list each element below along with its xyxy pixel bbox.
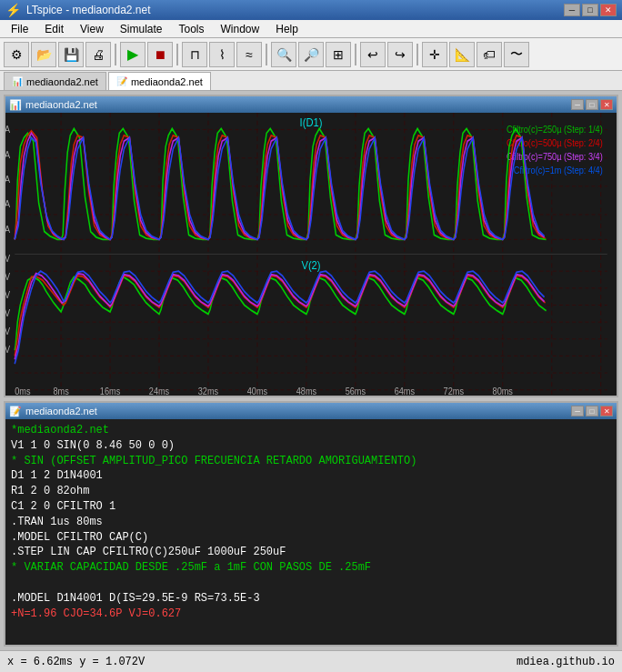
tb-save[interactable]: 💾 bbox=[58, 42, 84, 67]
menu-tools[interactable]: Tools bbox=[172, 21, 212, 37]
svg-text:4.8V: 4.8V bbox=[5, 289, 10, 300]
app-icon: ⚡ bbox=[5, 3, 21, 17]
svg-text:8.0V: 8.0V bbox=[5, 253, 10, 264]
netlist-line-11 bbox=[11, 576, 611, 591]
text-window-title: mediaonda2.net bbox=[25, 406, 97, 416]
svg-text:2.7A: 2.7A bbox=[5, 125, 10, 135]
svg-text:1.6V: 1.6V bbox=[5, 326, 10, 336]
netlist-line-6: C1 2 0 CFILTRO 1 bbox=[11, 499, 611, 515]
text-window-titlebar: 📝 mediaonda2.net ─ □ ✕ bbox=[5, 403, 617, 419]
plot-window-title: mediaonda2.net bbox=[25, 99, 97, 110]
plot-maximize[interactable]: □ bbox=[586, 99, 598, 110]
tb-fft[interactable]: 〜 bbox=[504, 42, 529, 67]
svg-text:2.1A: 2.1A bbox=[5, 149, 10, 160]
window-controls: ─ □ ✕ bbox=[564, 4, 617, 16]
status-coordinates: x = 6.62ms y = 1.072V bbox=[7, 656, 145, 668]
tb-label[interactable]: 🏷 bbox=[477, 42, 502, 67]
tab-netlist-label: mediaonda2.net bbox=[131, 76, 203, 87]
app-title: LTspice - mediaonda2.net bbox=[26, 4, 151, 16]
close-button[interactable]: ✕ bbox=[600, 4, 617, 16]
tb-sep4 bbox=[355, 44, 356, 65]
svg-text:0ms: 0ms bbox=[15, 386, 30, 396]
status-website: mdiea.github.io bbox=[517, 656, 615, 668]
tb-zoom-in[interactable]: 🔍 bbox=[271, 42, 296, 67]
tab-schematic-label: mediaonda2.net bbox=[26, 76, 98, 87]
svg-text:Cfiltro(c)=750µ  (Step: 3/4): Cfiltro(c)=750µ (Step: 3/4) bbox=[507, 151, 603, 162]
plot-close[interactable]: ✕ bbox=[600, 99, 613, 110]
tb-wave1[interactable]: ⊓ bbox=[182, 42, 207, 67]
tb-print[interactable]: 🖨 bbox=[85, 42, 111, 67]
svg-text:3.2V: 3.2V bbox=[5, 307, 10, 318]
menu-help[interactable]: Help bbox=[268, 21, 306, 37]
netlist-line-13: +N=1.96 CJO=34.6P VJ=0.627 bbox=[11, 607, 611, 622]
menu-edit[interactable]: Edit bbox=[37, 21, 71, 37]
tab-netlist-icon: 📝 bbox=[116, 76, 127, 86]
text-content[interactable]: *mediaonda2.net V1 1 0 SIN(0 8.46 50 0 0… bbox=[5, 419, 617, 645]
tb-open[interactable]: 📂 bbox=[31, 42, 56, 67]
menu-file[interactable]: File bbox=[4, 21, 35, 37]
svg-text:40ms: 40ms bbox=[247, 386, 267, 396]
tb-sep5 bbox=[416, 44, 418, 65]
svg-text:0.3A: 0.3A bbox=[5, 224, 10, 235]
svg-text:V(2): V(2) bbox=[301, 258, 320, 272]
tab-netlist[interactable]: 📝 mediaonda2.net bbox=[108, 72, 211, 90]
tb-wave3[interactable]: ≈ bbox=[236, 42, 262, 67]
text-window: 📝 mediaonda2.net ─ □ ✕ *mediaonda2.net V… bbox=[4, 401, 618, 647]
svg-text:Cfiltro(c)=250µ  (Step: 1/4): Cfiltro(c)=250µ (Step: 1/4) bbox=[507, 125, 603, 135]
plot-area: 2.7A 2.1A 1.5A 0.9A 0.3A 8.0V 6.4V 4.8V … bbox=[5, 113, 617, 396]
plot-minimize[interactable]: ─ bbox=[571, 99, 584, 110]
svg-text:56ms: 56ms bbox=[346, 386, 366, 396]
netlist-line-10: * VARIAR CAPACIDAD DESDE .25mF a 1mF CON… bbox=[11, 560, 611, 576]
tb-zoom-out[interactable]: 🔎 bbox=[298, 42, 324, 67]
menu-simulate[interactable]: Simulate bbox=[113, 21, 170, 37]
tab-schematic[interactable]: 📊 mediaonda2.net bbox=[4, 72, 106, 90]
netlist-line-12: .MODEL D1N4001 D(IS=29.5E-9 RS=73.5E-3 bbox=[11, 591, 611, 607]
tb-wave2[interactable]: ⌇ bbox=[209, 42, 235, 67]
tab-area: 📊 mediaonda2.net 📝 mediaonda2.net bbox=[0, 71, 622, 91]
plot-window-controls: ─ □ ✕ bbox=[571, 99, 613, 110]
text-window-controls: ─ □ ✕ bbox=[571, 406, 613, 416]
minimize-button[interactable]: ─ bbox=[564, 4, 580, 16]
tb-zoom-fit[interactable]: ⊞ bbox=[326, 42, 351, 67]
status-bar: x = 6.62ms y = 1.072V mdiea.github.io bbox=[0, 650, 622, 672]
tb-run[interactable]: ▶ bbox=[120, 42, 145, 67]
svg-text:16ms: 16ms bbox=[100, 386, 120, 396]
netlist-line-5: R1 2 0 82ohm bbox=[11, 484, 611, 499]
tb-measure[interactable]: 📐 bbox=[449, 42, 475, 67]
plot-svg: 2.7A 2.1A 1.5A 0.9A 0.3A 8.0V 6.4V 4.8V … bbox=[5, 113, 617, 396]
tb-undo[interactable]: ↩ bbox=[360, 42, 386, 67]
svg-text:32ms: 32ms bbox=[198, 386, 218, 396]
menu-window[interactable]: Window bbox=[214, 21, 267, 37]
svg-text:48ms: 48ms bbox=[296, 386, 316, 396]
main-content: 📊 mediaonda2.net ─ □ ✕ bbox=[0, 91, 622, 650]
tb-sep3 bbox=[266, 44, 267, 65]
svg-text:1.5A: 1.5A bbox=[5, 174, 10, 185]
netlist-line-7: .TRAN 1us 80ms bbox=[11, 515, 611, 530]
netlist-line-9: .STEP LIN CAP CFILTRO(C)250uF 1000uF 250… bbox=[11, 545, 611, 560]
svg-text:8ms: 8ms bbox=[53, 386, 68, 396]
netlist-line-8: .MODEL CFILTRO CAP(C) bbox=[11, 530, 611, 546]
text-maximize[interactable]: □ bbox=[586, 406, 598, 416]
tb-cursor[interactable]: ✛ bbox=[422, 42, 447, 67]
svg-text:6.4V: 6.4V bbox=[5, 271, 10, 282]
tb-settings[interactable]: ⚙ bbox=[4, 42, 29, 67]
text-close[interactable]: ✕ bbox=[600, 406, 613, 416]
tb-stop[interactable]: ⏹ bbox=[147, 42, 173, 67]
tb-sep1 bbox=[115, 44, 116, 65]
plot-window-titlebar: 📊 mediaonda2.net ─ □ ✕ bbox=[5, 96, 617, 113]
netlist-line-3: * SIN (OFFSET AMPLITUD_PICO FRECUENCIA R… bbox=[11, 454, 611, 469]
menu-view[interactable]: View bbox=[73, 21, 111, 37]
plot-window: 📊 mediaonda2.net ─ □ ✕ bbox=[4, 95, 618, 397]
tb-redo[interactable]: ↪ bbox=[387, 42, 413, 67]
title-left: ⚡ LTspice - mediaonda2.net bbox=[5, 3, 151, 17]
menu-bar: File Edit View Simulate Tools Window Hel… bbox=[0, 20, 622, 38]
svg-text:72ms: 72ms bbox=[444, 386, 464, 396]
maximize-button[interactable]: □ bbox=[582, 4, 598, 16]
text-window-icon: 📝 bbox=[9, 406, 22, 417]
text-minimize[interactable]: ─ bbox=[571, 406, 584, 416]
tb-sep2 bbox=[176, 44, 178, 65]
svg-text:24ms: 24ms bbox=[149, 386, 169, 396]
plot-window-icon: 📊 bbox=[9, 99, 22, 111]
title-bar: ⚡ LTspice - mediaonda2.net ─ □ ✕ bbox=[0, 0, 622, 20]
svg-text:I(D1): I(D1) bbox=[300, 115, 323, 129]
